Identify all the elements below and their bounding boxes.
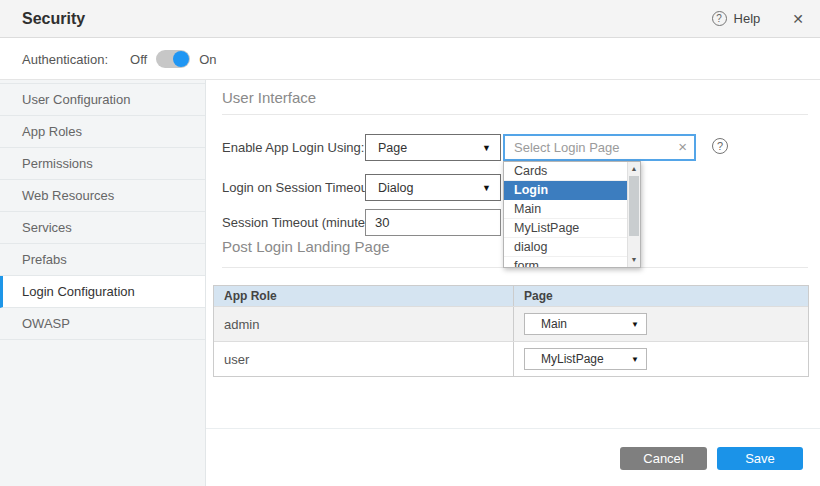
page-title: Security [22,10,85,28]
user-page-value: MyListPage [541,352,604,366]
scroll-down-icon[interactable]: ▼ [628,254,640,266]
session-timeout-minutes-input[interactable] [365,209,501,236]
authentication-toggle[interactable] [156,50,190,68]
session-timeout-login-value: Dialog [378,181,413,195]
landing-page-table: App Role Page admin Main ▼ user MyListPa… [213,285,809,377]
dropdown-option-form[interactable]: form [504,257,627,268]
sidebar-item-login-configuration[interactable]: Login Configuration [0,276,205,308]
login-page-combobox: × [503,134,696,161]
chevron-down-icon: ▼ [631,320,639,329]
login-page-input[interactable] [503,134,696,161]
enable-app-login-value: Page [378,141,407,155]
login-page-dropdown: Cards Login Main MyListPage dialog form … [503,161,641,268]
authentication-label: Authentication: [22,52,108,67]
session-timeout-login-label: Login on Session Timeout: [222,174,375,201]
dropdown-scrollbar[interactable]: ▲ ▼ [627,162,640,267]
table-row: admin Main ▼ [214,306,808,341]
toggle-off-label: Off [130,52,147,67]
content-panel: User Interface Enable App Login Using: P… [206,80,820,486]
enable-app-login-select[interactable]: Page ▼ [365,134,501,161]
sidebar-item-prefabs[interactable]: Prefabs [0,244,205,276]
authentication-bar: Authentication: Off On [0,39,820,80]
table-row: user MyListPage ▼ [214,341,808,376]
chevron-down-icon: ▼ [631,355,639,364]
sidebar-item-web-resources[interactable]: Web Resources [0,180,205,212]
column-header-page: Page [514,286,808,306]
enable-app-login-label: Enable App Login Using: [222,134,364,161]
page-cell: MyListPage ▼ [514,342,808,376]
section-title-post-login: Post Login Landing Page [222,238,390,255]
titlebar-actions: ? Help ✕ [712,11,804,27]
clear-icon[interactable]: × [678,138,687,155]
column-header-app-role: App Role [214,286,514,306]
cancel-button[interactable]: Cancel [620,447,707,470]
field-help-icon[interactable]: ? [712,138,728,154]
admin-page-select[interactable]: Main ▼ [524,313,647,335]
dropdown-option-mylistpage[interactable]: MyListPage [504,219,627,238]
section-divider [222,114,808,115]
scroll-up-icon[interactable]: ▲ [628,163,640,175]
help-icon[interactable]: ? [712,11,727,26]
save-button[interactable]: Save [717,447,803,470]
chevron-down-icon: ▼ [482,183,491,193]
security-dialog: Security ? Help ✕ Authentication: Off On… [0,0,820,486]
table-header-row: App Role Page [214,286,808,306]
sidebar-item-app-roles[interactable]: App Roles [0,116,205,148]
help-link[interactable]: Help [734,11,761,26]
toggle-knob [173,51,189,67]
toggle-on-label: On [199,52,216,67]
session-timeout-minutes-label: Session Timeout (minutes): [222,209,380,236]
sidebar-item-owasp[interactable]: OWASP [0,308,205,340]
app-role-cell: admin [214,307,514,341]
footer-divider [206,428,820,429]
sidebar-item-permissions[interactable]: Permissions [0,148,205,180]
scrollbar-thumb[interactable] [629,176,639,236]
page-cell: Main ▼ [514,307,808,341]
title-bar: Security ? Help ✕ [0,0,820,38]
app-role-cell: user [214,342,514,376]
session-timeout-login-select[interactable]: Dialog ▼ [365,174,501,201]
dropdown-option-dialog[interactable]: dialog [504,238,627,257]
sidebar-list: User Configuration App Roles Permissions… [0,83,205,340]
field-help-glyph: ? [717,140,723,152]
dropdown-option-login[interactable]: Login [504,181,627,200]
user-page-select[interactable]: MyListPage ▼ [524,348,647,370]
sidebar-item-user-configuration[interactable]: User Configuration [0,84,205,116]
sidebar: User Configuration App Roles Permissions… [0,80,206,486]
dropdown-option-main[interactable]: Main [504,200,627,219]
sidebar-item-services[interactable]: Services [0,212,205,244]
dropdown-option-cards[interactable]: Cards [504,162,627,181]
admin-page-value: Main [541,317,567,331]
close-icon[interactable]: ✕ [792,11,804,27]
section-title-user-interface: User Interface [222,89,316,106]
chevron-down-icon: ▼ [482,143,491,153]
help-icon-glyph: ? [716,13,722,24]
